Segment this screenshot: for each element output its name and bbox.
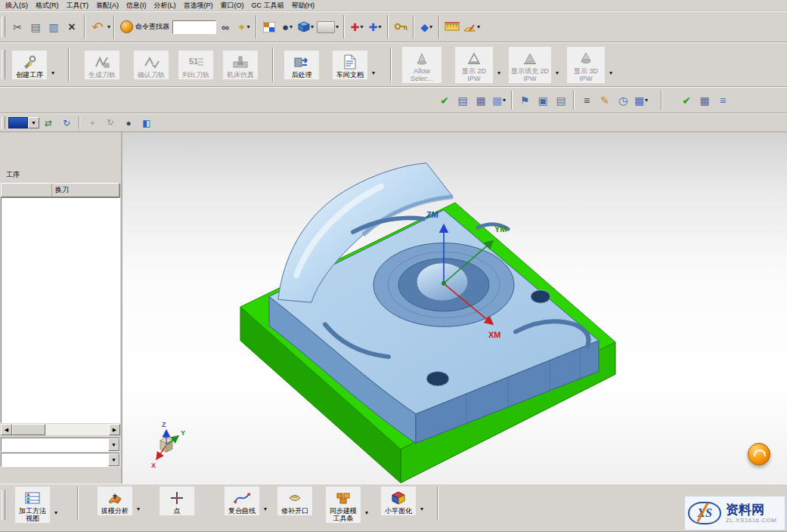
selection-scope-combo[interactable]: ▼ xyxy=(28,117,39,128)
machine-tool-view-button[interactable]: ▦ xyxy=(472,91,490,110)
refresh-selection-button[interactable]: ↻ xyxy=(57,116,76,130)
menu-gc-toolbox[interactable]: GC 工具箱 xyxy=(248,0,288,11)
cut-button[interactable]: ✂ xyxy=(8,17,26,37)
toolbar-grip[interactable] xyxy=(2,116,5,128)
toolbar-grip[interactable] xyxy=(2,490,5,520)
dropdown-arrow-icon[interactable]: ▾ xyxy=(246,23,249,30)
orientation-triad[interactable]: Z Y X xyxy=(151,421,185,469)
edit-list-button[interactable]: ✎ xyxy=(596,91,614,110)
dropdown-arrow-icon[interactable]: ▾ xyxy=(420,506,423,512)
scroll-left-button[interactable]: ◀ xyxy=(1,424,12,435)
list-toolpath-button[interactable]: 51 列出刀轨 xyxy=(178,51,213,79)
menu-analysis[interactable]: 分析(L) xyxy=(150,0,180,11)
sheet-button[interactable]: ▦ xyxy=(696,91,714,110)
dropdown-arrow-icon[interactable]: ▾ xyxy=(378,23,381,30)
combo-dropdown-button[interactable]: ▼ xyxy=(108,453,119,466)
synchronous-modeling-button[interactable]: 同步建模工具条 xyxy=(326,487,361,523)
machine-simulation-button[interactable]: 机床仿真 xyxy=(223,51,258,79)
operation-tree[interactable] xyxy=(1,197,120,423)
orient-object-button[interactable]: ✚▾ xyxy=(366,17,384,37)
tool-change-column-header[interactable]: 换刀 xyxy=(52,184,119,196)
approve-button[interactable]: ✔ xyxy=(677,91,696,110)
dropdown-arrow-icon[interactable]: ▾ xyxy=(503,97,506,104)
display-workpiece-button[interactable]: ▣ xyxy=(534,91,552,110)
toolbar-grip[interactable] xyxy=(2,50,5,80)
scroll-right-button[interactable]: ▶ xyxy=(109,424,120,435)
menu-window[interactable]: 窗口(O) xyxy=(217,0,248,11)
move-object-button[interactable]: ✚▾ xyxy=(348,17,366,37)
allow-selection-button[interactable]: Allow Selec... xyxy=(402,47,442,83)
delete-button[interactable]: × xyxy=(63,17,81,37)
dropdown-arrow-icon[interactable]: ▾ xyxy=(477,23,480,30)
copy-button[interactable]: ▤ xyxy=(26,17,45,37)
composite-curve-button[interactable]: 复合曲线 xyxy=(225,487,259,515)
toolbar-grip[interactable] xyxy=(2,17,5,37)
dropdown-arrow-icon[interactable]: ▾ xyxy=(609,70,612,76)
snap-move-button[interactable]: ＋ xyxy=(83,116,101,130)
patch-opening-button[interactable]: 修补开口 xyxy=(277,487,312,515)
dropdown-arrow-icon[interactable]: ▾ xyxy=(51,70,54,76)
create-operation-button[interactable]: 创建工序 xyxy=(12,51,47,79)
menu-help[interactable]: 帮助(H) xyxy=(288,0,319,11)
menu-preferences[interactable]: 首选项(P) xyxy=(180,0,217,11)
program-view-button[interactable]: ▤ xyxy=(454,91,472,110)
dropdown-arrow-icon[interactable]: ▾ xyxy=(556,70,559,76)
paste-button[interactable]: ▥ xyxy=(45,17,63,37)
dropdown-arrow-icon[interactable]: ▾ xyxy=(497,70,500,76)
dropdown-arrow-icon[interactable]: ▾ xyxy=(365,509,368,516)
show-filled-2d-ipw-button[interactable]: 显示填充 2D IPW xyxy=(509,47,551,83)
navigator-filter-combo-2[interactable]: ▼ xyxy=(1,453,120,467)
floating-assistant-badge[interactable] xyxy=(748,443,770,466)
history-button[interactable]: ◷ xyxy=(614,91,632,110)
show-3d-ipw-button[interactable]: 显示 3D IPW xyxy=(567,47,605,83)
undo-button[interactable]: ↶ xyxy=(88,17,107,37)
postprocess-button[interactable]: 后处理 xyxy=(284,51,319,79)
wcs-display-button[interactable]: ◆▾ xyxy=(417,17,435,37)
shop-documentation-button[interactable]: 车间文档 xyxy=(333,51,367,79)
dropdown-arrow-icon[interactable]: ▾ xyxy=(107,23,110,30)
combo-dropdown-button[interactable]: ▼ xyxy=(108,438,119,451)
menu-information[interactable]: 信息(I) xyxy=(122,0,150,11)
dropdown-arrow-icon[interactable]: ▾ xyxy=(137,506,140,512)
menu-assembly[interactable]: 装配(A) xyxy=(92,0,122,11)
shaded-preview-button[interactable]: ● xyxy=(119,116,138,130)
view-orientation-button[interactable]: ▾ xyxy=(296,17,315,37)
dropdown-arrow-icon[interactable]: ▾ xyxy=(336,23,339,30)
menu-tools[interactable]: 工具(T) xyxy=(63,0,93,11)
background-style-button[interactable]: ▾ xyxy=(315,17,340,37)
measure-distance-button[interactable] xyxy=(443,17,461,37)
dropdown-arrow-icon[interactable]: ▾ xyxy=(264,506,267,512)
generate-check-button[interactable]: ✔ xyxy=(435,91,454,110)
window-layout-button[interactable] xyxy=(260,17,278,37)
report-button[interactable]: ≡ xyxy=(714,91,732,110)
dropdown-arrow-icon[interactable]: ▾ xyxy=(360,23,363,30)
finder-options-button[interactable]: ✦▾ xyxy=(234,17,253,37)
scroll-track[interactable] xyxy=(12,424,109,435)
name-column-header[interactable] xyxy=(2,184,52,196)
scroll-thumb[interactable] xyxy=(12,424,45,435)
measure-angle-button[interactable]: ▾ xyxy=(461,17,482,37)
command-finder-icon[interactable] xyxy=(120,20,133,33)
snap-point-button[interactable] xyxy=(392,17,410,37)
show-2d-ipw-button[interactable]: 显示 2D IPW xyxy=(455,47,493,83)
dropdown-arrow-icon[interactable]: ▾ xyxy=(54,509,57,516)
menu-format[interactable]: 格式(R) xyxy=(32,0,63,11)
verify-toolpath-button[interactable]: 确认刀轨 xyxy=(134,51,169,79)
facet-body-button[interactable]: 小平面化 xyxy=(381,487,416,515)
machining-method-view-button[interactable]: 加工方法视图 xyxy=(15,487,50,523)
dropdown-arrow-icon[interactable]: ▾ xyxy=(311,23,314,30)
generate-toolpath-button[interactable]: 生成刀轨 xyxy=(85,51,119,79)
command-finder-input[interactable] xyxy=(172,20,216,34)
find-button[interactable]: ∞ xyxy=(216,17,234,37)
geometry-view-button[interactable]: ▦▾ xyxy=(490,91,508,110)
property-list-button[interactable]: ≡ xyxy=(578,91,596,110)
table-tools-button[interactable]: ▦▾ xyxy=(632,91,650,110)
menu-insert[interactable]: 插入(S) xyxy=(2,0,32,11)
point-button[interactable]: 点 xyxy=(160,487,194,515)
navigator-filter-combo-1[interactable]: ▼ xyxy=(1,438,120,452)
display-document-button[interactable]: ▤ xyxy=(552,91,570,110)
dropdown-arrow-icon[interactable]: ▾ xyxy=(290,23,293,30)
dropdown-arrow-icon[interactable]: ▾ xyxy=(645,97,648,104)
dropdown-arrow-icon[interactable]: ▾ xyxy=(429,23,432,30)
draft-analysis-button[interactable]: 拔模分析 xyxy=(98,487,132,515)
